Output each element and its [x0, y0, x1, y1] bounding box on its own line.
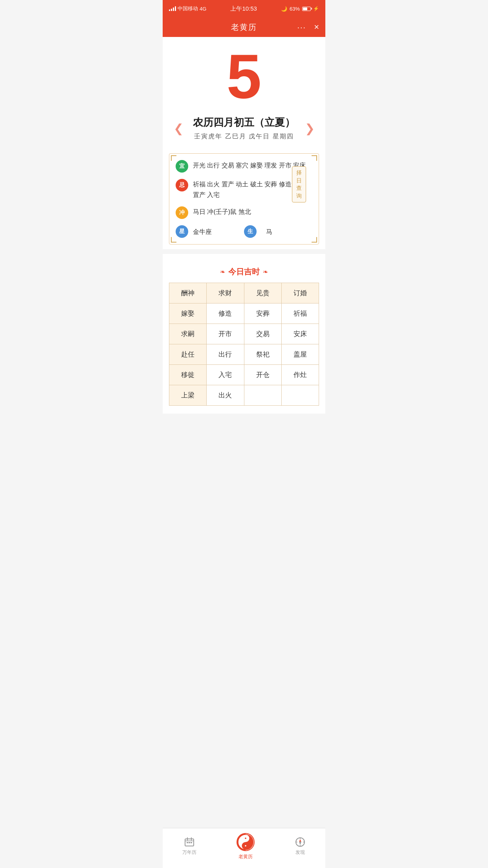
table-cell: 安葬 [244, 303, 281, 324]
day-number: 5 [163, 45, 325, 108]
jishi-deco-right: ❧ [263, 268, 268, 276]
carrier-label: 中国移动 [178, 5, 198, 12]
table-row: 求嗣开市交易安床 [169, 324, 319, 344]
jishi-deco-left: ❧ [220, 268, 225, 276]
jishi-table: 酬神求财见贵订婚嫁娶修造安葬祈福求嗣开市交易安床赴任出行祭祀盖屋移徙入宅开仓作灶… [169, 283, 319, 406]
corner-bl-decor [171, 237, 176, 243]
table-cell: 交易 [244, 324, 281, 344]
yi-badge: 宜 [176, 160, 188, 173]
main-content: 5 农历四月初五（立夏） 壬寅虎年 乙巳月 戊午日 星期四 择日 查询 [163, 37, 325, 414]
table-cell: 祭祀 [244, 344, 281, 365]
next-day-button[interactable] [302, 118, 317, 138]
table-cell: 开市 [207, 324, 244, 344]
close-button[interactable]: × [314, 22, 319, 32]
table-cell [244, 385, 281, 406]
table-cell: 出火 [207, 385, 244, 406]
status-left: 中国移动 4G [169, 5, 206, 12]
chong-badge: 冲 [176, 206, 188, 219]
status-bar: 中国移动 4G 上午10:53 🌙 63% ⚡ [163, 0, 325, 17]
xing-badge: 星 [176, 225, 188, 238]
separator [163, 249, 325, 254]
table-cell: 祈福 [281, 303, 319, 324]
more-button[interactable]: ··· [297, 23, 306, 32]
jishi-section: ❧ 今日吉时 ❧ 酬神求财见贵订婚嫁娶修造安葬祈福求嗣开市交易安床赴任出行祭祀盖… [163, 259, 325, 414]
table-row: 上梁出火 [169, 385, 319, 406]
corner-tr-decor [312, 155, 317, 161]
header-actions: ··· × [297, 22, 319, 32]
date-sub-title: 壬寅虎年 乙巳月 戊午日 星期四 [186, 132, 302, 141]
table-cell: 盖屋 [281, 344, 319, 365]
table-cell: 订婚 [281, 283, 319, 303]
table-cell: 赴任 [169, 344, 207, 365]
table-cell: 嫁娶 [169, 303, 207, 324]
table-cell: 酬神 [169, 283, 207, 303]
moon-icon: 🌙 [281, 6, 287, 12]
table-cell: 见贵 [244, 283, 281, 303]
table-row: 赴任出行祭祀盖屋 [169, 344, 319, 365]
table-cell: 开仓 [244, 365, 281, 385]
table-cell: 求财 [207, 283, 244, 303]
time-label: 上午10:53 [230, 5, 257, 13]
corner-tl-decor [171, 155, 176, 161]
header-title: 老黄历 [231, 22, 257, 33]
table-cell: 出行 [207, 344, 244, 365]
signal-icon [169, 6, 176, 11]
jishi-title: 今日吉时 [228, 267, 260, 277]
battery-icon [302, 7, 311, 11]
day-number-section: 5 [163, 37, 325, 112]
table-cell: 安床 [281, 324, 319, 344]
table-cell: 上梁 [169, 385, 207, 406]
yiji-section: 择日 查询 宜 开光 出行 交易 塞穴 嫁娶 理发 开市 安床 忌 祈福 出火 … [169, 153, 319, 245]
chong-row: 冲 马日 冲(壬子)鼠 煞北 [176, 206, 312, 219]
status-right: 🌙 63% ⚡ [281, 6, 319, 12]
sheng-badge: 生 [244, 225, 257, 238]
table-cell [281, 385, 319, 406]
corner-br-decor [312, 237, 317, 243]
xing-text: 金牛座 [193, 226, 239, 237]
network-label: 4G [200, 6, 206, 12]
table-row: 嫁娶修造安葬祈福 [169, 303, 319, 324]
chong-text: 马日 冲(壬子)鼠 煞北 [193, 206, 312, 217]
table-cell: 求嗣 [169, 324, 207, 344]
jishi-header: ❧ 今日吉时 ❧ [163, 259, 325, 283]
charging-icon: ⚡ [313, 6, 319, 11]
date-info-section: 农历四月初五（立夏） 壬寅虎年 乙巳月 戊午日 星期四 [163, 112, 325, 149]
ji-badge: 忌 [176, 179, 188, 191]
xing-sheng-row: 星 金牛座 生 马 [176, 225, 312, 238]
table-row: 酬神求财见贵订婚 [169, 283, 319, 303]
table-row: 移徙入宅开仓作灶 [169, 365, 319, 385]
table-cell: 移徙 [169, 365, 207, 385]
date-main-title: 农历四月初五（立夏） [186, 116, 302, 129]
sheng-text: 马 [266, 226, 312, 237]
date-center: 农历四月初五（立夏） 壬寅虎年 乙巳月 戊午日 星期四 [186, 116, 302, 141]
prev-day-button[interactable] [171, 118, 186, 138]
app-header: 老黄历 ··· × [163, 17, 325, 37]
table-cell: 修造 [207, 303, 244, 324]
table-cell: 入宅 [207, 365, 244, 385]
table-cell: 作灶 [281, 365, 319, 385]
battery-percent: 63% [290, 6, 300, 12]
